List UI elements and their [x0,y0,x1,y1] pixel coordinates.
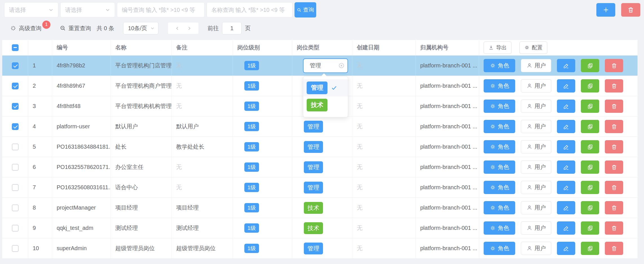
delete-button[interactable] [605,100,623,113]
role-button[interactable]: 角色 [484,120,515,133]
search-button[interactable]: 查询 [295,2,316,17]
edit-button[interactable] [557,59,575,72]
row-created: 无 [357,163,362,171]
edit-button[interactable] [557,181,575,194]
row-remark: 无 [176,62,182,69]
select-all-checkbox[interactable] [12,44,19,51]
edit-button[interactable] [557,221,575,235]
edit-button[interactable] [557,100,575,113]
export-button[interactable]: 导出 [484,41,512,54]
dropdown-option-manage[interactable]: 管理 [303,79,348,96]
role-button[interactable]: 角色 [484,242,515,255]
page-size-select[interactable]: 10条/页 [123,22,158,34]
copy-button[interactable] [581,79,599,93]
trash-icon [611,205,617,211]
goto-page-input[interactable] [222,22,242,34]
gear-icon [490,205,496,211]
pencil-icon [563,103,569,109]
reset-query-button[interactable]: 重置查询 [60,25,91,32]
edit-button[interactable] [557,79,575,93]
user-button[interactable]: 用户 [521,221,551,235]
delete-button[interactable] [605,221,623,235]
gear-icon [490,245,496,251]
copy-button[interactable] [581,120,599,133]
prev-page-button[interactable] [175,26,180,31]
role-button[interactable]: 角色 [484,59,515,72]
row-checkbox[interactable] [12,164,19,171]
delete-button[interactable] [605,79,623,93]
delete-selected-button[interactable] [621,3,640,17]
advanced-query-toggle[interactable]: 高级查询 [10,25,41,32]
edit-button[interactable] [557,140,575,153]
row-checkbox[interactable] [12,144,19,150]
row-checkbox[interactable] [12,123,19,130]
position-type-select[interactable]: 管理 [303,58,348,73]
filter-select-1[interactable]: 请选择 [4,2,58,17]
user-button[interactable]: 用户 [521,160,551,174]
code-search-input[interactable] [117,2,205,17]
copy-button[interactable] [581,201,599,214]
chevron-down-icon [48,7,54,12]
level-tag: 1级 [244,203,259,212]
edit-button[interactable] [557,201,575,214]
user-button[interactable]: 用户 [521,181,551,194]
level-tag: 1级 [244,244,259,253]
delete-button[interactable] [605,181,623,194]
delete-button[interactable] [605,160,623,174]
row-checkbox[interactable] [12,245,19,252]
level-tag: 1级 [244,61,259,70]
name-search-input[interactable] [207,2,293,17]
role-button[interactable]: 角色 [484,201,515,214]
clear-icon[interactable] [338,62,345,69]
table-body: 1 4fr8h798b2 平台管理机构门店管理 无 1级 管理 管理 技术 无 … [2,56,638,259]
role-button[interactable]: 角色 [484,140,515,153]
copy-button[interactable] [581,100,599,113]
row-code: 4fr8h89h67 [57,83,110,89]
row-org: platform-branch-001 ... [420,123,479,130]
row-checkbox[interactable] [12,225,19,232]
edit-button[interactable] [557,242,575,255]
copy-button[interactable] [581,160,599,174]
row-name: 平台管理机构商户管理 [115,82,171,90]
config-button[interactable]: 配置 [519,41,547,54]
dropdown-option-tech[interactable]: 技术 [303,96,348,114]
copy-button[interactable] [581,59,599,72]
row-checkbox[interactable] [12,83,19,89]
role-button[interactable]: 角色 [484,221,515,235]
role-button[interactable]: 角色 [484,100,515,113]
row-checkbox[interactable] [12,103,19,110]
copy-button[interactable] [581,221,599,235]
row-remark: 教学处处长 [176,143,204,151]
user-button[interactable]: 用户 [521,59,551,72]
table-row: 6 PO16325578620171... 办公室主任 无 1级 管理 无 pl… [2,157,638,177]
delete-button[interactable] [605,201,623,214]
role-button[interactable]: 角色 [484,181,515,194]
filter-select-2[interactable]: 请选择 [60,2,115,17]
delete-button[interactable] [605,140,623,153]
user-button[interactable]: 用户 [521,100,551,113]
user-button[interactable]: 用户 [521,140,551,153]
next-page-button[interactable] [187,26,192,31]
delete-button[interactable] [605,59,623,72]
role-button[interactable]: 角色 [484,160,515,174]
user-button[interactable]: 用户 [521,242,551,255]
delete-button[interactable] [605,242,623,255]
copy-icon [587,103,593,109]
row-checkbox[interactable] [12,62,19,69]
copy-button[interactable] [581,140,599,153]
user-button[interactable]: 用户 [521,201,551,214]
edit-button[interactable] [557,160,575,174]
copy-button[interactable] [581,242,599,255]
edit-button[interactable] [557,120,575,133]
column-header-org: 归属机构号 [416,40,479,55]
copy-button[interactable] [581,181,599,194]
delete-button[interactable] [605,120,623,133]
position-type-tag: 管理 [304,141,323,153]
person-icon [526,245,532,251]
role-button[interactable]: 角色 [484,79,515,93]
row-checkbox[interactable] [12,184,19,191]
row-checkbox[interactable] [12,204,19,211]
user-button[interactable]: 用户 [521,120,551,133]
add-button[interactable] [596,3,615,17]
user-button[interactable]: 用户 [521,79,551,93]
